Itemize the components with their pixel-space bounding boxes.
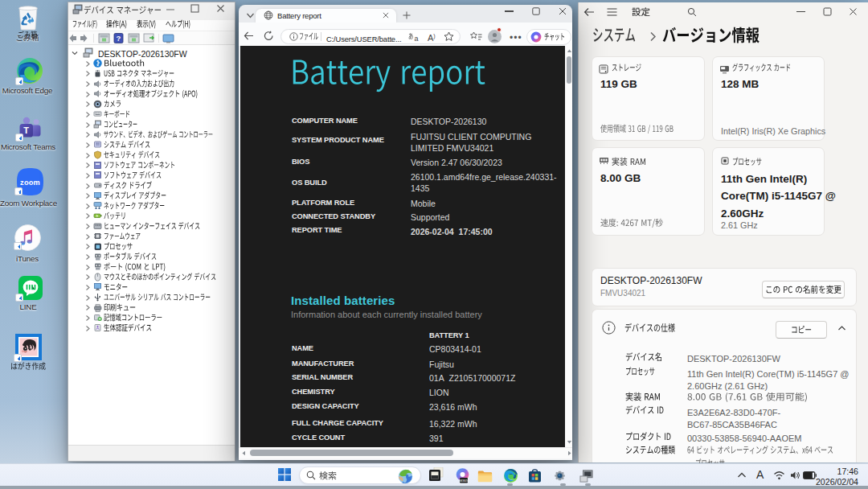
- svg-text:T: T: [23, 125, 29, 135]
- svg-text:M365: M365: [460, 479, 469, 483]
- svg-text:zoom: zoom: [20, 179, 40, 187]
- svg-text:?: ?: [117, 34, 121, 43]
